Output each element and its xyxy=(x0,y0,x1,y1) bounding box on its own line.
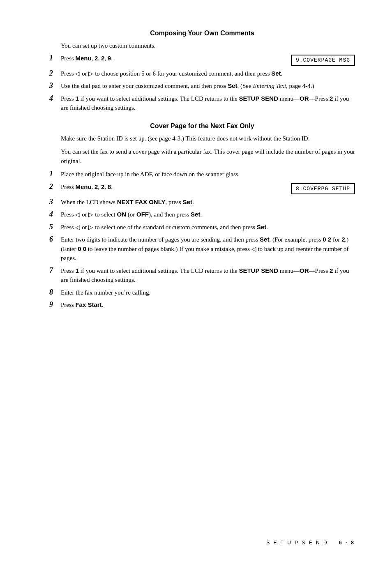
step-1-1: 1 Press Menu, 2, 2, 9. 9.COVERPAGE MSG xyxy=(49,54,355,66)
step-1-2: 2 Press ◁ or ▷ to choose position 5 or 6… xyxy=(49,69,355,78)
step-content-2-6: Enter two digits to indicate the number … xyxy=(61,235,355,263)
step-1-4: 4 Press 1 if you want to select addition… xyxy=(49,94,355,113)
lcd-2: 8.COVERPG SETUP xyxy=(283,183,355,194)
section-2: Cover Page for the Next Fax Only Make su… xyxy=(49,122,355,310)
step-1-3: 3 Use the dial pad to enter your customi… xyxy=(49,81,355,91)
lcd-display-2: 8.COVERPG SETUP xyxy=(291,183,355,194)
section-1-title: Composing Your Own Comments xyxy=(49,30,355,37)
section-2-intro2: You can set the fax to send a cover page… xyxy=(61,147,355,166)
step-number-2-5: 5 xyxy=(49,223,61,231)
footer-section-label: S E T U P S E N D xyxy=(266,540,328,546)
step-content-2-7: Press 1 if you want to select additional… xyxy=(61,266,355,285)
step-2-9: 9 Press Fax Start. xyxy=(49,300,355,310)
step-2-1: 1 Place the original face up in the ADF,… xyxy=(49,170,355,179)
step-content-2-9: Press Fax Start. xyxy=(61,300,355,310)
step-content-2-8: Enter the fax number you’re calling. xyxy=(61,288,355,297)
section-2-title: Cover Page for the Next Fax Only xyxy=(49,122,355,130)
step-2-7: 7 Press 1 if you want to select addition… xyxy=(49,266,355,285)
step-content-2-2: Press Menu, 2, 2, 8. xyxy=(61,182,270,192)
step-number-1-2: 2 xyxy=(49,69,61,78)
step-number-2-6: 6 xyxy=(49,235,61,244)
step-number-2-8: 8 xyxy=(49,288,61,297)
step-number-2-7: 7 xyxy=(49,266,61,275)
step-2-5: 5 Press ◁ or ▷ to select one of the stan… xyxy=(49,223,355,232)
step-2-4: 4 Press ◁ or ▷ to select ON (or OFF), an… xyxy=(49,210,355,219)
section-1: Composing Your Own Comments You can set … xyxy=(49,30,355,113)
step-number-2-3: 3 xyxy=(49,198,61,206)
section-2-intro: Make sure the Station ID is set up. (see… xyxy=(61,134,355,143)
step-content-1-4: Press 1 if you want to select additional… xyxy=(61,94,355,113)
step-number-1-3: 3 xyxy=(49,81,61,90)
section-1-intro: You can set up two custom comments. xyxy=(61,41,355,51)
lcd-display-1: 9.COVERPAGE MSG xyxy=(291,55,355,66)
step-content-2-5: Press ◁ or ▷ to select one of the standa… xyxy=(61,223,355,232)
footer-page-number: 6 - 8 xyxy=(339,540,355,546)
step-number-2-2: 2 xyxy=(49,182,61,191)
page-container: Composing Your Own Comments You can set … xyxy=(0,0,392,347)
step-number-2-1: 1 xyxy=(49,170,61,178)
step-2-2: 2 Press Menu, 2, 2, 8. 8.COVERPG SETUP xyxy=(49,182,355,194)
lcd-1: 9.COVERPAGE MSG xyxy=(283,55,355,66)
step-number-1-4: 4 xyxy=(49,94,61,103)
step-number-2-4: 4 xyxy=(49,210,61,219)
step-content-1-3: Use the dial pad to enter your customize… xyxy=(61,81,355,91)
step-number-2-9: 9 xyxy=(49,300,61,309)
page-footer: S E T U P S E N D 6 - 8 xyxy=(266,540,355,546)
step-content-1-1: Press Menu, 2, 2, 9. xyxy=(61,54,270,63)
step-content-2-1: Place the original face up in the ADF, o… xyxy=(61,170,355,179)
step-content-2-4: Press ◁ or ▷ to select ON (or OFF), and … xyxy=(61,210,355,219)
step-2-3: 3 When the LCD shows NEXT FAX ONLY, pres… xyxy=(49,198,355,207)
step-2-8: 8 Enter the fax number you’re calling. xyxy=(49,288,355,297)
step-2-6: 6 Enter two digits to indicate the numbe… xyxy=(49,235,355,263)
step-content-1-2: Press ◁ or ▷ to choose position 5 or 6 f… xyxy=(61,69,355,78)
step-number-1-1: 1 xyxy=(49,54,61,62)
step-content-2-3: When the LCD shows NEXT FAX ONLY, press … xyxy=(61,198,355,207)
